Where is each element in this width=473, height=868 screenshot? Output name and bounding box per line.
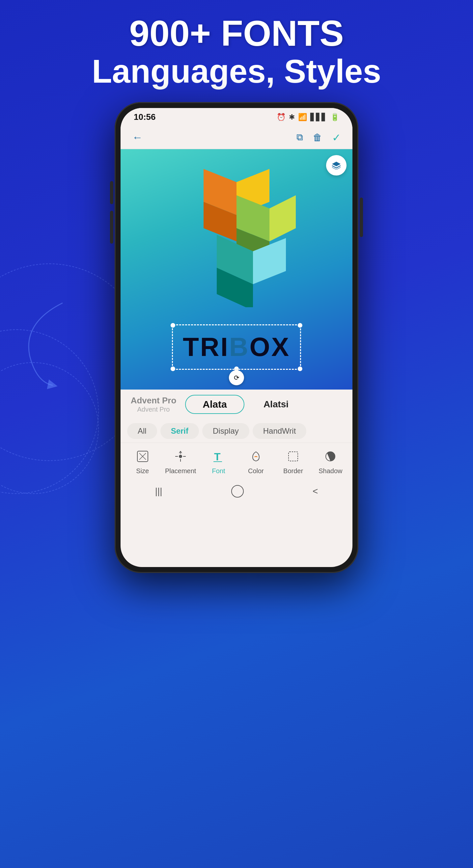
canvas-main-text[interactable]: TRIBOX — [183, 332, 290, 362]
placement-icon — [175, 451, 186, 465]
canvas-area[interactable]: TRIBOX ⟳ — [121, 149, 352, 390]
layers-button[interactable] — [326, 155, 347, 176]
border-label: Border — [283, 467, 303, 475]
battery-icon: 🔋 — [330, 113, 339, 122]
tab-serif[interactable]: Serif — [160, 423, 199, 439]
power-btn — [360, 197, 363, 237]
alarm-icon: ⏰ — [277, 113, 286, 122]
svg-marker-4 — [269, 195, 296, 241]
header-line2: Languages, Styles — [0, 53, 473, 89]
color-label: Color — [248, 467, 264, 475]
delete-button[interactable]: 🗑 — [313, 132, 322, 143]
volume-up-btn — [110, 181, 113, 204]
font-icon: T — [213, 451, 225, 465]
svg-text:T: T — [214, 451, 221, 462]
wifi-icon: 📶 — [298, 113, 307, 122]
tab-all[interactable]: All — [127, 423, 157, 439]
status-icons: ⏰ ✱ 📶 ▋▋▋ 🔋 — [277, 113, 339, 122]
font-name-alata: Alata — [203, 399, 227, 410]
font-sub-advent: Advent Pro — [137, 406, 170, 413]
font-label: Font — [212, 467, 225, 475]
tool-color[interactable]: Color — [241, 451, 271, 475]
nav-menu[interactable]: ||| — [155, 486, 162, 497]
font-item-alatsi[interactable]: Alatsi — [250, 399, 302, 410]
action-bar: ← ⧉ 🗑 ✓ — [121, 126, 352, 149]
bottom-panel: Advent Pro Advent Pro Alata Alatsi All S… — [121, 390, 352, 502]
tab-handwriting[interactable]: HandWrit — [253, 423, 307, 439]
tool-border[interactable]: Border — [278, 451, 308, 475]
bg-arrow-deco — [10, 297, 69, 395]
text-selection-box[interactable]: TRIBOX ⟳ — [172, 324, 301, 370]
back-button[interactable]: ← — [132, 131, 143, 144]
tab-display[interactable]: Display — [202, 423, 249, 439]
tool-shadow[interactable]: Shadow — [316, 451, 345, 475]
corner-handle-br — [298, 367, 302, 371]
tool-font[interactable]: T Font — [204, 451, 234, 475]
tool-size[interactable]: Size — [128, 451, 157, 475]
border-icon — [287, 451, 299, 465]
bottom-toolbar: Size Placement — [121, 443, 352, 483]
header-section: 900+ FONTS Languages, Styles — [0, 13, 473, 89]
status-bar: 10:56 ⏰ ✱ 📶 ▋▋▋ 🔋 — [121, 108, 352, 126]
canvas-text-element[interactable]: TRIBOX ⟳ — [172, 324, 301, 370]
category-tabs[interactable]: All Serif Display HandWrit — [121, 419, 352, 443]
copy-button[interactable]: ⧉ — [296, 132, 303, 143]
size-icon — [137, 451, 149, 465]
font-selector-row[interactable]: Advent Pro Advent Pro Alata Alatsi — [121, 390, 352, 419]
highlighted-char: B — [229, 332, 250, 362]
phone-screen: 10:56 ⏰ ✱ 📶 ▋▋▋ 🔋 ← ⧉ 🗑 ✓ — [121, 108, 352, 567]
corner-handle-bl — [171, 367, 175, 371]
confirm-button[interactable]: ✓ — [332, 131, 341, 144]
nav-back[interactable]: < — [313, 486, 318, 497]
rotate-handle[interactable]: ⟳ — [229, 370, 244, 385]
phone-frame: 10:56 ⏰ ✱ 📶 ▋▋▋ 🔋 ← ⧉ 🗑 ✓ — [115, 102, 358, 573]
nav-home[interactable] — [231, 485, 244, 498]
bg-circle-2 — [0, 329, 99, 494]
volume-down-btn — [110, 211, 113, 244]
tool-placement[interactable]: Placement — [165, 451, 196, 475]
bg-circle-3 — [0, 362, 99, 494]
svg-point-10 — [179, 455, 182, 458]
phone-device: 10:56 ⏰ ✱ 📶 ▋▋▋ 🔋 ← ⧉ 🗑 ✓ — [115, 102, 358, 573]
nav-bar: ||| < — [121, 483, 352, 502]
size-label: Size — [136, 467, 149, 475]
font-item-alata[interactable]: Alata — [185, 395, 244, 414]
font-name-alatsi: Alatsi — [264, 399, 289, 410]
color-icon — [250, 451, 262, 465]
shadow-icon — [324, 451, 336, 465]
cubes-graphic — [167, 162, 306, 307]
font-name-advent: Advent Pro — [131, 396, 177, 406]
svg-rect-13 — [289, 452, 298, 461]
signal-icon: ▋▋▋ — [310, 113, 327, 122]
bluetooth-icon: ✱ — [289, 113, 295, 122]
shadow-label: Shadow — [319, 467, 342, 475]
action-right-icons: ⧉ 🗑 ✓ — [296, 131, 341, 144]
status-time: 10:56 — [134, 112, 156, 122]
placement-label: Placement — [165, 467, 196, 475]
font-item-advent[interactable]: Advent Pro Advent Pro — [127, 396, 180, 413]
header-line1: 900+ FONTS — [0, 13, 473, 53]
